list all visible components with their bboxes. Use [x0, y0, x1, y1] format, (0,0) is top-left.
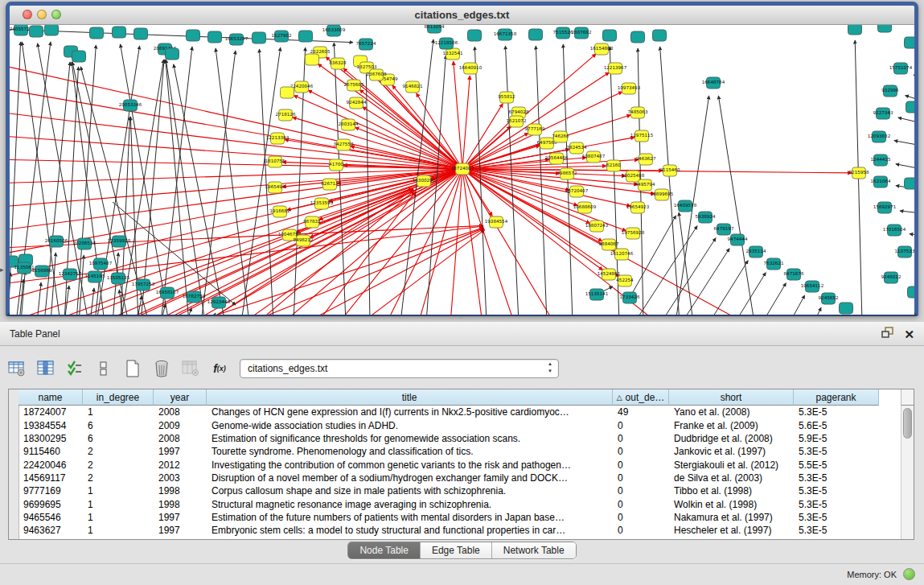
float-panel-icon[interactable] — [881, 327, 894, 342]
network-graph[interactable]: 1872400718300295193845542242004627181261… — [10, 25, 914, 315]
table-row[interactable]: 946362711997Embryonic stem cells: a mode… — [18, 524, 901, 537]
vertical-scrollbar[interactable] — [901, 406, 914, 539]
panel-resize-grip[interactable]: ⌃ — [455, 318, 466, 322]
graph-edge[interactable] — [462, 76, 470, 169]
graph-node[interactable] — [468, 30, 482, 41]
graph-node[interactable] — [306, 54, 319, 65]
graph-edge[interactable] — [454, 61, 462, 169]
table-row[interactable]: 1938455462009Genome-wide association stu… — [18, 418, 901, 431]
graph-edge[interactable] — [505, 46, 519, 315]
graph-node[interactable] — [45, 25, 59, 35]
graph-edge[interactable] — [906, 96, 914, 101]
graph-edge[interactable] — [293, 117, 462, 169]
graph-node[interactable] — [906, 101, 915, 113]
graph-edge[interactable] — [79, 255, 84, 315]
graph-edge[interactable] — [381, 80, 462, 169]
scrollbar-thumb[interactable] — [903, 408, 912, 439]
graph-edge[interactable] — [205, 190, 413, 315]
table-row[interactable]: 946554611997Estimation of the future num… — [18, 511, 901, 524]
network-canvas[interactable]: 1872400718300295193845542242004627181261… — [10, 25, 914, 315]
graph-edge[interactable] — [896, 164, 914, 169]
column-header-pagerank[interactable]: pagerank — [794, 389, 879, 406]
graph-edge[interactable] — [900, 211, 914, 213]
graph-edge[interactable] — [790, 295, 805, 315]
graph-edge[interactable] — [898, 117, 914, 123]
new-table-icon[interactable] — [124, 360, 142, 377]
graph-edge[interactable] — [48, 188, 413, 315]
column-header-title[interactable]: title — [207, 389, 613, 406]
graph-node[interactable] — [905, 178, 915, 189]
graph-node[interactable] — [72, 51, 86, 62]
tab-node-table[interactable]: Node Table — [348, 542, 421, 558]
graph-node[interactable] — [848, 25, 862, 35]
graph-node[interactable] — [208, 31, 222, 43]
graph-node[interactable] — [878, 25, 892, 32]
graph-node[interactable] — [603, 30, 617, 41]
table-row[interactable]: 977716911998Corpus callosum shape and si… — [18, 484, 901, 497]
graph-edge[interactable] — [536, 46, 547, 315]
graph-node[interactable] — [905, 37, 915, 48]
close-panel-icon[interactable]: ✕ — [904, 328, 914, 341]
graph-edge[interactable] — [10, 273, 10, 315]
graph-node[interactable] — [30, 26, 43, 37]
table-row[interactable]: 1456911722003Disruption of a novel membe… — [18, 472, 901, 484]
graph-node[interactable] — [653, 30, 667, 41]
graph-node[interactable] — [908, 286, 915, 298]
graph-node[interactable] — [840, 303, 853, 314]
row-height-icon[interactable] — [95, 360, 113, 377]
graph-edge[interactable] — [682, 249, 729, 315]
select-columns-icon[interactable] — [66, 360, 84, 377]
graph-node[interactable] — [281, 87, 294, 98]
graph-edge[interactable] — [910, 233, 914, 236]
graph-edge[interactable] — [718, 96, 754, 315]
table-mode-icon[interactable] — [8, 360, 26, 377]
graph-edge[interactable] — [894, 141, 914, 146]
graph-edge[interactable] — [10, 87, 462, 169]
graph-edge[interactable] — [462, 169, 483, 315]
graph-edge[interactable] — [211, 313, 216, 315]
column-header-short[interactable]: short — [669, 389, 794, 406]
graph-node[interactable] — [90, 27, 104, 39]
graph-edge[interactable] — [318, 192, 416, 315]
delete-column-icon[interactable] — [182, 360, 199, 377]
graph-edge[interactable] — [294, 96, 462, 169]
table-row[interactable]: 1872400712008Changes of HCN gene express… — [18, 406, 901, 418]
graph-node[interactable] — [134, 28, 148, 39]
graph-edge[interactable] — [660, 47, 680, 315]
graph-node[interactable] — [299, 31, 313, 42]
graph-node[interactable] — [631, 31, 645, 43]
column-header-out_degree[interactable]: △out_de… — [613, 389, 669, 406]
graph-edge[interactable] — [914, 75, 914, 79]
function-builder-icon[interactable]: f(x) — [211, 360, 228, 377]
graph-node[interactable] — [253, 32, 266, 43]
table-row[interactable]: 1830029562008Estimation of significance … — [18, 432, 901, 445]
graph-edge[interactable] — [37, 282, 41, 315]
graph-edge[interactable] — [362, 229, 485, 315]
graph-edge[interactable] — [814, 307, 821, 315]
table-row[interactable]: 911546021997Tourette syndrome. Phenomeno… — [18, 445, 901, 458]
table-row[interactable]: 969969511998Structural magnetic resonanc… — [18, 497, 901, 510]
hidden-panel-toggle[interactable]: ▸ — [0, 266, 4, 274]
graph-edge[interactable] — [462, 169, 852, 173]
table-row[interactable]: 2242004622012Investigating the contribut… — [18, 458, 901, 471]
tab-edge-table[interactable]: Edge Table — [421, 542, 492, 558]
graph-edge[interactable] — [308, 90, 462, 169]
graph-edge[interactable] — [216, 48, 249, 315]
graph-edge[interactable] — [762, 283, 786, 315]
graph-node[interactable] — [187, 30, 200, 41]
graph-edge[interactable] — [679, 212, 693, 315]
graph-node[interactable] — [166, 48, 179, 60]
memory-status-indicator[interactable] — [903, 568, 915, 580]
graph-edge[interactable] — [735, 273, 766, 315]
column-header-year[interactable]: year — [154, 389, 207, 406]
graph-edge[interactable] — [193, 228, 483, 315]
delete-table-icon[interactable] — [153, 360, 170, 377]
graph-edge[interactable] — [249, 228, 484, 315]
table-select-combobox[interactable]: citations_edges.txt ▲▼ — [240, 359, 559, 378]
graph-edge[interactable] — [201, 51, 236, 315]
column-header-in_degree[interactable]: in_degree — [83, 389, 154, 406]
tab-network-table[interactable]: Network Table — [492, 542, 576, 558]
graph-edge[interactable] — [392, 85, 462, 169]
window-titlebar[interactable]: citations_edges.txt — [10, 6, 914, 25]
column-header-name[interactable]: name — [18, 389, 83, 406]
